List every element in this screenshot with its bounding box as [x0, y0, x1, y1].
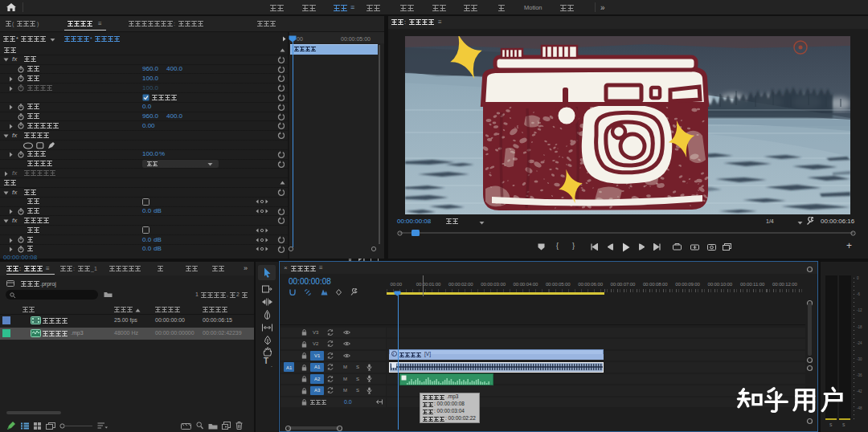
svg-text:f: f	[393, 352, 395, 357]
